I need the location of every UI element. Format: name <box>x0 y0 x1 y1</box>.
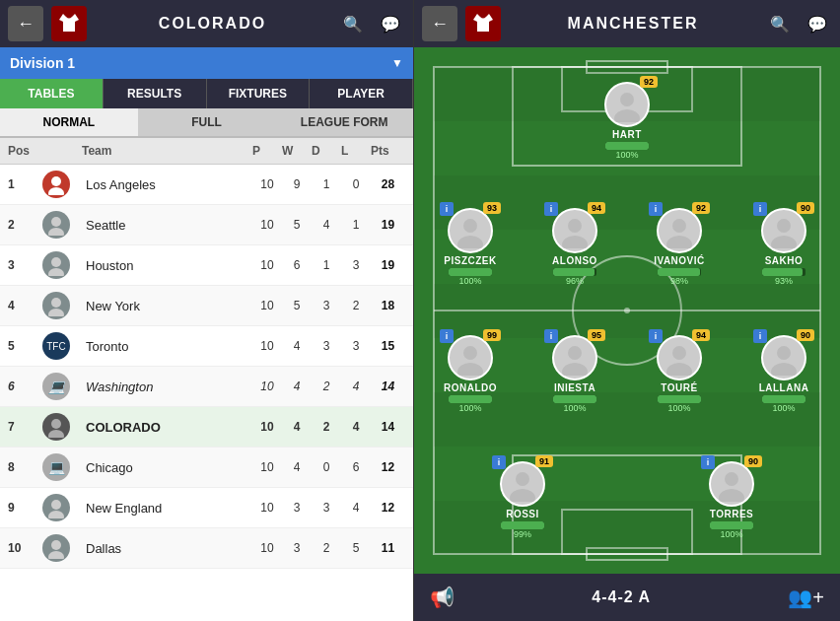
division-bar[interactable]: Division 1 ▼ <box>0 47 413 79</box>
info-badge: i <box>649 329 663 343</box>
stat-d: 2 <box>312 420 341 434</box>
table-row[interactable]: 5 TFC Toronto 10 4 3 3 15 <box>0 326 413 367</box>
player-name: LALLANA <box>759 382 809 393</box>
table-row[interactable]: 6 💻 Washington 10 4 2 4 14 <box>0 367 413 407</box>
megaphone-icon[interactable]: 📢 <box>430 586 455 609</box>
left-chat-button[interactable]: 💬 <box>376 9 405 38</box>
tab-fixtures[interactable]: FIXTURES <box>207 79 311 108</box>
table-row[interactable]: 9 New England 10 3 3 4 12 <box>0 488 413 528</box>
table-row[interactable]: 3 Houston 10 6 1 3 19 <box>0 245 413 286</box>
col-pos: Pos <box>8 144 42 158</box>
stat-d: 2 <box>312 380 341 393</box>
field-area: 92 HART 100% i 93 PISZCZEK 100% <box>414 47 840 574</box>
team-name: Toronto <box>82 339 252 354</box>
table-row[interactable]: 1 Los Angeles 10 9 1 0 28 <box>0 165 413 205</box>
player-name: IVANOVIĆ <box>654 255 705 266</box>
player-rating: 92 <box>692 202 710 214</box>
stat-l: 4 <box>341 420 371 434</box>
player-card[interactable]: i 99 RONALDO 100% <box>431 335 510 413</box>
stat-l: 0 <box>341 177 371 191</box>
table-row[interactable]: 10 Dallas 10 3 2 5 11 <box>0 528 413 569</box>
stat-d: 4 <box>312 218 341 232</box>
add-player-icon[interactable]: 👥+ <box>788 586 824 609</box>
table-row[interactable]: 4 New York 10 5 3 2 18 <box>0 286 413 326</box>
left-search-button[interactable]: 🔍 <box>338 9 368 38</box>
player-pct: 100% <box>772 403 795 413</box>
player-card[interactable]: i 90 TORRES 100% <box>692 461 771 539</box>
stat-p: 10 <box>252 380 282 393</box>
player-card[interactable]: i 92 IVANOVIĆ 98% <box>640 208 719 286</box>
stat-w: 5 <box>282 299 312 312</box>
right-chat-button[interactable]: 💬 <box>803 9 832 38</box>
team-name: Seattle <box>82 218 252 233</box>
svg-point-45 <box>562 363 588 376</box>
player-pct: 99% <box>514 529 531 539</box>
division-dropdown-arrow: ▼ <box>391 56 403 70</box>
team-avatar <box>42 534 70 562</box>
player-bar <box>449 395 492 403</box>
right-top-bar: ← MANCHESTER 🔍 💬 <box>414 0 840 47</box>
player-row-gk: 92 HART 100% <box>418 57 836 184</box>
player-card[interactable]: i 93 PISZCZEK 100% <box>431 208 510 286</box>
svg-point-32 <box>620 93 634 106</box>
player-bar-wrap <box>501 521 544 529</box>
player-card[interactable]: i 94 TOURÉ 100% <box>640 335 719 413</box>
stat-l: 4 <box>341 380 371 393</box>
right-back-button[interactable]: ← <box>422 6 457 41</box>
svg-point-35 <box>457 236 483 248</box>
player-card[interactable]: i 90 SAKHO 93% <box>744 208 823 286</box>
player-pct: 100% <box>615 150 638 160</box>
player-bar-wrap <box>762 268 805 276</box>
stat-p: 10 <box>252 218 282 232</box>
stat-d: 1 <box>312 177 341 191</box>
subtab-full[interactable]: FULL <box>138 108 276 136</box>
svg-point-37 <box>562 236 588 248</box>
player-card[interactable]: i 94 ALONSO 96% <box>535 208 614 286</box>
player-bar <box>553 268 595 276</box>
player-avatar-wrap: i 94 <box>657 335 702 380</box>
subtab-normal[interactable]: NORMAL <box>0 108 138 136</box>
player-card[interactable]: i 91 ROSSI 99% <box>483 461 562 539</box>
stat-d: 3 <box>312 501 341 515</box>
player-bar <box>762 395 805 403</box>
pos-number: 1 <box>8 177 42 191</box>
player-avatar <box>761 335 806 380</box>
info-badge: i <box>440 202 454 216</box>
back-button[interactable]: ← <box>8 6 43 41</box>
table-row[interactable]: 8 💻 Chicago 10 4 0 6 12 <box>0 448 413 488</box>
player-rating: 90 <box>797 329 814 341</box>
col-p: P <box>252 144 282 158</box>
player-pct: 93% <box>775 276 793 286</box>
player-name: INIESTA <box>554 382 595 393</box>
stat-l: 3 <box>341 339 371 353</box>
team-avatar <box>42 413 70 441</box>
right-panel: ← MANCHESTER 🔍 💬 <box>414 0 840 621</box>
left-team-title: COLORADO <box>95 15 330 33</box>
left-panel: ← COLORADO 🔍 💬 Division 1 ▼ TABLES RESUL… <box>0 0 414 621</box>
player-bar <box>762 268 803 276</box>
player-card[interactable]: i 95 INIESTA 100% <box>535 335 614 413</box>
svg-point-3 <box>48 228 64 236</box>
svg-point-43 <box>457 363 483 376</box>
player-avatar <box>657 208 702 253</box>
tab-results[interactable]: RESULTS <box>104 79 207 108</box>
table-row[interactable]: 2 Seattle 10 5 4 1 19 <box>0 205 413 245</box>
table-row[interactable]: 7 COLORADO 10 4 2 4 14 <box>0 407 413 448</box>
svg-point-11 <box>48 430 64 438</box>
player-bar-wrap <box>762 395 805 403</box>
col-team: Team <box>82 144 252 158</box>
stat-w: 3 <box>282 541 312 555</box>
subtab-league-form[interactable]: LEAGUE FORM <box>275 108 413 136</box>
team-avatar <box>42 211 70 239</box>
table-body: 1 Los Angeles 10 9 1 0 28 2 Seattle 10 5… <box>0 165 413 621</box>
stat-pts: 11 <box>371 541 405 555</box>
team-avatar <box>42 494 70 521</box>
tab-player[interactable]: PLAYER <box>310 79 413 108</box>
player-avatar-wrap: i 93 <box>448 208 493 253</box>
player-card[interactable]: 92 HART 100% <box>588 82 666 160</box>
stat-p: 10 <box>252 541 282 555</box>
player-rating: 92 <box>640 76 658 88</box>
player-card[interactable]: i 90 LALLANA 100% <box>744 335 823 413</box>
right-search-button[interactable]: 🔍 <box>765 9 795 38</box>
tab-tables[interactable]: TABLES <box>0 79 104 108</box>
